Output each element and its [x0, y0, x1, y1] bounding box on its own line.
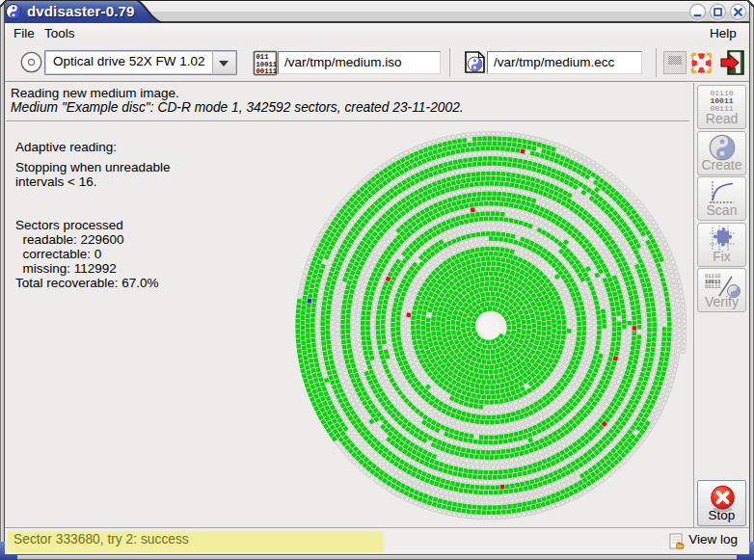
svg-text:00111: 00111	[256, 67, 278, 75]
